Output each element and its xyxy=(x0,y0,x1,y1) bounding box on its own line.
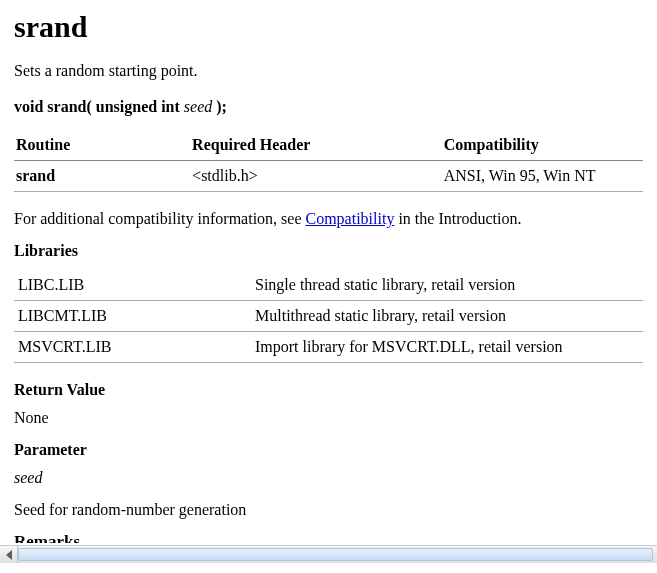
compat-note-after: in the Introduction. xyxy=(394,210,521,227)
chevron-left-icon xyxy=(6,550,12,560)
remarks-heading: Remarks xyxy=(14,533,643,543)
compat-note-before: For additional compatibility information… xyxy=(14,210,306,227)
library-desc: Single thread static library, retail ver… xyxy=(253,270,643,301)
return-value-heading: Return Value xyxy=(14,381,643,399)
page-title: srand xyxy=(14,10,643,44)
parameter-name: seed xyxy=(14,469,643,487)
library-name: LIBCMT.LIB xyxy=(14,301,253,332)
horizontal-scrollbar[interactable] xyxy=(0,545,657,563)
return-value-text: None xyxy=(14,409,643,427)
routine-table: Routine Required Header Compatibility sr… xyxy=(14,130,643,192)
table-row: srand <stdlib.h> ANSI, Win 95, Win NT xyxy=(14,161,643,192)
table-row: LIBC.LIB Single thread static library, r… xyxy=(14,270,643,301)
routine-header-required-header: Required Header xyxy=(190,130,442,161)
signature-suffix: ); xyxy=(212,98,227,115)
scroll-thumb[interactable] xyxy=(18,548,653,561)
compatibility-note: For additional compatibility information… xyxy=(14,210,643,228)
routine-cell-header: <stdlib.h> xyxy=(190,161,442,192)
routine-header-routine: Routine xyxy=(14,130,190,161)
library-desc: Multithread static library, retail versi… xyxy=(253,301,643,332)
signature-prefix: void srand( unsigned int xyxy=(14,98,184,115)
signature-param: seed xyxy=(184,98,212,115)
compatibility-link[interactable]: Compatibility xyxy=(306,210,395,227)
routine-cell-name: srand xyxy=(14,161,190,192)
function-signature: void srand( unsigned int seed ); xyxy=(14,98,643,116)
libraries-table: LIBC.LIB Single thread static library, r… xyxy=(14,270,643,363)
parameter-heading: Parameter xyxy=(14,441,643,459)
short-description: Sets a random starting point. xyxy=(14,62,643,80)
routine-cell-compat: ANSI, Win 95, Win NT xyxy=(442,161,643,192)
table-row: MSVCRT.LIB Import library for MSVCRT.DLL… xyxy=(14,332,643,363)
library-name: MSVCRT.LIB xyxy=(14,332,253,363)
scroll-left-button[interactable] xyxy=(0,546,18,563)
library-desc: Import library for MSVCRT.DLL, retail ve… xyxy=(253,332,643,363)
parameter-description: Seed for random-number generation xyxy=(14,501,643,519)
library-name: LIBC.LIB xyxy=(14,270,253,301)
routine-header-compatibility: Compatibility xyxy=(442,130,643,161)
libraries-heading: Libraries xyxy=(14,242,643,260)
table-row: LIBCMT.LIB Multithread static library, r… xyxy=(14,301,643,332)
